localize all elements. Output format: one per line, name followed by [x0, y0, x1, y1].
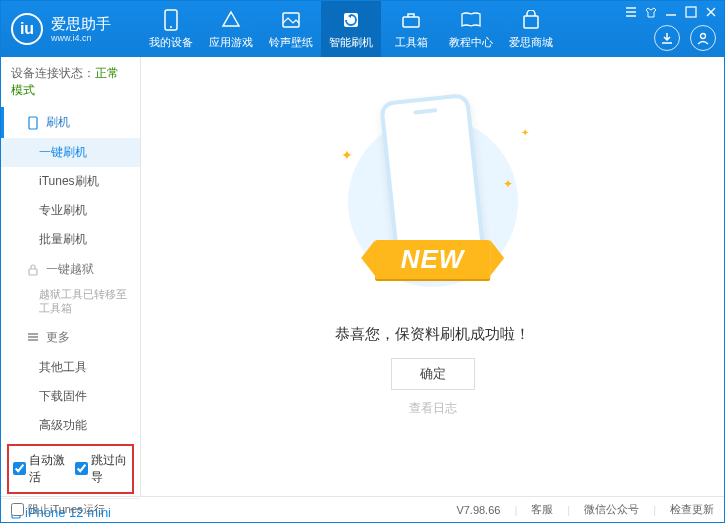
wallpaper-icon — [280, 9, 302, 31]
jailbreak-note: 越狱工具已转移至工具箱 — [39, 287, 130, 316]
window-controls — [624, 5, 718, 19]
flash-icon — [340, 9, 362, 31]
chk-label: 自动激活 — [29, 452, 67, 486]
user-button[interactable] — [690, 25, 716, 51]
nav-label: 铃声壁纸 — [269, 35, 313, 50]
header-actions — [654, 25, 716, 51]
phone-icon — [160, 9, 182, 31]
sidebar-item-batch[interactable]: 批量刷机 — [1, 225, 140, 254]
app-window: iu 爱思助手 www.i4.cn 我的设备 应用游戏 铃声壁纸 智能刷机 — [0, 0, 725, 523]
minimize-icon[interactable] — [664, 5, 678, 19]
titlebar: iu 爱思助手 www.i4.cn 我的设备 应用游戏 铃声壁纸 智能刷机 — [1, 1, 724, 57]
logo-block: iu 爱思助手 www.i4.cn — [11, 13, 141, 45]
logo-text: 爱思助手 www.i4.cn — [51, 15, 111, 44]
svg-rect-6 — [686, 7, 696, 17]
close-icon[interactable] — [704, 5, 718, 19]
sidebar-item-firmware[interactable]: 下载固件 — [1, 382, 140, 411]
ok-button[interactable]: 确定 — [391, 358, 475, 390]
version-label: V7.98.66 — [456, 504, 500, 516]
store-icon — [520, 9, 542, 31]
category-more[interactable]: 更多 — [1, 322, 140, 353]
success-illustration: ✦ ✦ ✦ NEW — [333, 97, 533, 307]
block-itunes-checkbox[interactable]: 阻止iTunes运行 — [11, 502, 105, 517]
phone-small-icon — [26, 116, 40, 130]
device-status: 设备连接状态：正常模式 — [1, 57, 140, 107]
chk-label: 阻止iTunes运行 — [28, 502, 105, 517]
success-message: 恭喜您，保资料刷机成功啦！ — [335, 325, 530, 344]
auto-activate-checkbox[interactable]: 自动激活 — [13, 452, 67, 486]
nav-label: 我的设备 — [149, 35, 193, 50]
sidebar-item-other[interactable]: 其他工具 — [1, 353, 140, 382]
sidebar-item-itunes[interactable]: iTunes刷机 — [1, 167, 140, 196]
wechat-link[interactable]: 微信公众号 — [584, 502, 639, 517]
sidebar: 设备连接状态：正常模式 刷机 一键刷机 iTunes刷机 专业刷机 批量刷机 一… — [1, 57, 141, 496]
svg-rect-9 — [29, 269, 37, 275]
nav-label: 工具箱 — [395, 35, 428, 50]
nav-label: 教程中心 — [449, 35, 493, 50]
nav-flash[interactable]: 智能刷机 — [321, 1, 381, 57]
cat-label: 刷机 — [46, 114, 70, 131]
lock-icon — [26, 263, 40, 277]
tshirt-icon[interactable] — [644, 5, 658, 19]
app-name: 爱思助手 — [51, 15, 111, 33]
nav-label: 应用游戏 — [209, 35, 253, 50]
download-button[interactable] — [654, 25, 680, 51]
sidebar-item-pro[interactable]: 专业刷机 — [1, 196, 140, 225]
list-icon — [26, 330, 40, 344]
sidebar-item-advanced[interactable]: 高级功能 — [1, 411, 140, 440]
service-link[interactable]: 客服 — [531, 502, 553, 517]
category-jailbreak: 一键越狱 — [1, 254, 140, 285]
svg-rect-5 — [524, 16, 538, 28]
nav-tutorials[interactable]: 教程中心 — [441, 1, 501, 57]
body: 设备连接状态：正常模式 刷机 一键刷机 iTunes刷机 专业刷机 批量刷机 一… — [1, 57, 724, 496]
chk-label: 跳过向导 — [91, 452, 129, 486]
menu-icon[interactable] — [624, 5, 638, 19]
svg-point-7 — [701, 34, 706, 39]
main-content: ✦ ✦ ✦ NEW 恭喜您，保资料刷机成功啦！ 确定 查看日志 — [141, 57, 724, 496]
status-label: 设备连接状态： — [11, 66, 95, 80]
nav-label: 智能刷机 — [329, 35, 373, 50]
nav-my-device[interactable]: 我的设备 — [141, 1, 201, 57]
toolbox-icon — [400, 9, 422, 31]
view-log-link[interactable]: 查看日志 — [409, 400, 457, 417]
logo-icon: iu — [11, 13, 43, 45]
svg-point-1 — [170, 26, 172, 28]
apps-icon — [220, 9, 242, 31]
nav-ringtones[interactable]: 铃声壁纸 — [261, 1, 321, 57]
nav-apps[interactable]: 应用游戏 — [201, 1, 261, 57]
nav-toolbox[interactable]: 工具箱 — [381, 1, 441, 57]
book-icon — [460, 9, 482, 31]
maximize-icon[interactable] — [684, 5, 698, 19]
svg-rect-4 — [403, 17, 419, 27]
cat-label: 一键越狱 — [46, 261, 94, 278]
sidebar-item-oneclick[interactable]: 一键刷机 — [1, 138, 140, 167]
main-nav: 我的设备 应用游戏 铃声壁纸 智能刷机 工具箱 教程中心 — [141, 1, 561, 57]
update-link[interactable]: 检查更新 — [670, 502, 714, 517]
category-flash[interactable]: 刷机 — [1, 107, 140, 138]
nav-store[interactable]: 爱思商城 — [501, 1, 561, 57]
nav-label: 爱思商城 — [509, 35, 553, 50]
new-banner: NEW — [375, 240, 491, 279]
options-row: 自动激活 跳过向导 — [7, 444, 134, 494]
footer: 阻止iTunes运行 V7.98.66 | 客服 | 微信公众号 | 检查更新 — [1, 496, 724, 522]
skip-guide-checkbox[interactable]: 跳过向导 — [75, 452, 129, 486]
svg-rect-8 — [29, 117, 37, 129]
app-url: www.i4.cn — [51, 33, 111, 44]
cat-label: 更多 — [46, 329, 70, 346]
